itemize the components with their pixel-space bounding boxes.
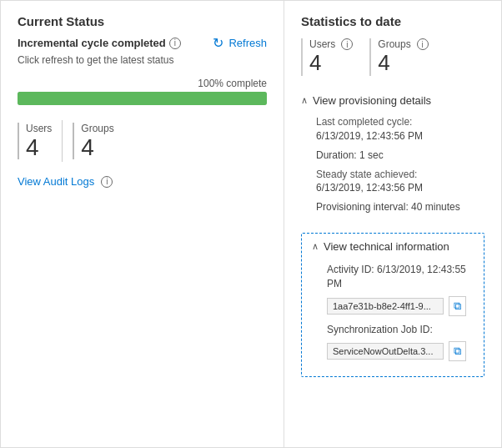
groups-label: Groups: [81, 123, 113, 134]
technical-accordion-header[interactable]: ∧ View technical information: [302, 234, 484, 259]
right-panel: Statistics to date Users i 4 Groups i 4 …: [284, 1, 501, 447]
technical-section: ∧ View technical information Activity ID…: [301, 233, 484, 377]
subtitle-row: Incremental cycle completed i ↻ Refresh: [18, 35, 267, 51]
progress-label: 100% complete: [18, 78, 267, 89]
stats-row: Users 4 Groups 4: [18, 120, 267, 162]
provisioning-header-label: View provisioning details: [313, 94, 431, 107]
stats-to-date-row: Users i 4 Groups i 4: [301, 38, 484, 76]
refresh-label: Refresh: [228, 37, 267, 49]
interval-row: Provisioning interval: 40 minutes: [316, 200, 484, 214]
sync-job-copy-button[interactable]: ⧉: [449, 341, 466, 361]
right-users-info-icon[interactable]: i: [341, 38, 353, 50]
audit-logs-label: View Audit Logs: [18, 175, 94, 188]
sync-job-field: ServiceNowOutDelta.3...: [327, 343, 444, 360]
provisioning-chevron-icon: ∧: [301, 95, 308, 106]
refresh-button[interactable]: ↻ Refresh: [213, 35, 267, 51]
audit-info-icon[interactable]: i: [101, 176, 113, 188]
sync-job-copy-row: ServiceNowOutDelta.3... ⧉: [327, 341, 474, 361]
refresh-icon: ↻: [213, 35, 223, 51]
provisioning-accordion-body: Last completed cycle: 6/13/2019, 12:43:5…: [301, 112, 484, 226]
statistics-title: Statistics to date: [301, 14, 484, 28]
steady-state-value: 6/13/2019, 12:43:56 PM: [316, 182, 423, 194]
right-groups-label: Groups i: [378, 38, 428, 50]
last-completed-row: Last completed cycle: 6/13/2019, 12:43:5…: [316, 115, 484, 143]
activity-id-copy-row: 1aa7e31b-b8e2-4ff1-9... ⧉: [327, 296, 474, 316]
progress-bar-background: [18, 92, 267, 105]
subtitle-info-icon[interactable]: i: [169, 38, 181, 49]
provisioning-accordion-header[interactable]: ∧ View provisioning details: [301, 89, 484, 112]
progress-container: 100% complete: [18, 78, 267, 105]
right-groups-value: 4: [378, 50, 428, 76]
copy-icon: ⧉: [454, 300, 461, 313]
activity-id-copy-button[interactable]: ⧉: [449, 296, 466, 316]
activity-id-field: 1aa7e31b-b8e2-4ff1-9...: [327, 298, 444, 315]
technical-header-label: View technical information: [324, 240, 449, 253]
users-value: 4: [26, 136, 52, 159]
activity-id-label-row: Activity ID: 6/13/2019, 12:43:55 PM: [327, 263, 474, 291]
steady-state-row: Steady state achieved: 6/13/2019, 12:43:…: [316, 168, 484, 196]
click-refresh-text: Click refresh to get the latest status: [18, 54, 267, 66]
progress-bar-fill: [18, 92, 267, 105]
last-completed-value: 6/13/2019, 12:43:56 PM: [316, 130, 423, 142]
right-users-value: 4: [309, 50, 353, 76]
right-groups-stat: Groups i 4: [369, 38, 428, 76]
sync-job-label-row: Synchronization Job ID:: [327, 323, 474, 337]
last-completed-label: Last completed cycle:: [316, 116, 412, 128]
duration-row: Duration: 1 sec: [316, 148, 484, 163]
left-panel: Current Status Incremental cycle complet…: [1, 1, 284, 447]
current-status-title: Current Status: [18, 14, 267, 28]
provisioning-accordion: ∧ View provisioning details Last complet…: [301, 89, 484, 226]
view-audit-logs-link[interactable]: View Audit Logs i: [18, 175, 267, 188]
groups-value: 4: [81, 136, 113, 159]
right-users-label: Users i: [309, 38, 353, 50]
technical-accordion-body: Activity ID: 6/13/2019, 12:43:55 PM 1aa7…: [302, 259, 484, 376]
groups-stat-box: Groups 4: [73, 120, 113, 162]
steady-state-label: Steady state achieved:: [316, 169, 417, 180]
stat-divider: [62, 120, 63, 162]
copy-icon-2: ⧉: [454, 345, 461, 358]
cycle-status-subtitle: Incremental cycle completed: [18, 37, 166, 49]
users-label: Users: [26, 123, 52, 134]
technical-chevron-icon: ∧: [312, 241, 319, 252]
users-stat-box: Users 4: [18, 120, 52, 162]
right-users-stat: Users i 4: [301, 38, 353, 76]
right-groups-info-icon[interactable]: i: [417, 38, 429, 50]
